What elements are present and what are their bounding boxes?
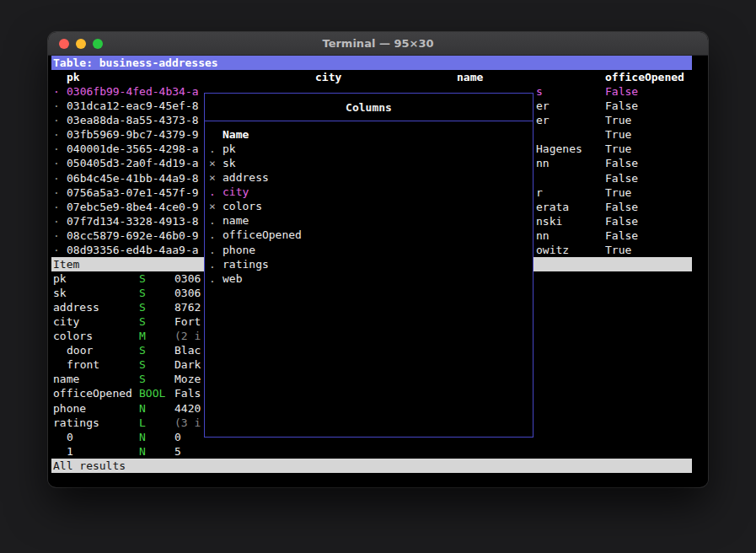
- zoom-button[interactable]: [93, 39, 103, 49]
- table-title-bar: Table: business-addresses: [51, 56, 692, 70]
- row-name-partial: erata: [536, 200, 569, 214]
- row-marker: ·: [53, 113, 60, 127]
- row-officeopened-value: True: [605, 113, 631, 127]
- traffic-lights: [59, 39, 103, 49]
- row-pk-value: 050405d3-2a0f-4d19-a: [67, 156, 199, 170]
- attribute-type: S: [139, 357, 146, 372]
- column-toggle-marker: ×: [209, 156, 216, 170]
- columns-dialog: Columns Name . pk × sk × address: [204, 93, 533, 438]
- status-text: All results: [53, 459, 126, 473]
- row-officeopened-value: True: [605, 185, 631, 200]
- row-name-partial: s: [536, 84, 543, 99]
- attribute-value: Fort: [174, 314, 201, 329]
- empty-row: [51, 473, 692, 487]
- row-pk-value: 031dca12-eac9-45ef-8: [67, 99, 199, 113]
- row-pk-value: 07f7d134-3328-4913-8: [67, 214, 199, 228]
- row-officeopened-value: False: [605, 156, 638, 170]
- attribute-type: BOOL: [139, 386, 165, 400]
- attribute-name: 1: [67, 444, 73, 459]
- attribute-type: N: [139, 444, 146, 459]
- terminal-screen: Table: business-addresses pk city name o…: [48, 56, 708, 486]
- row-marker: ·: [53, 127, 60, 142]
- attribute-value: 5: [174, 444, 181, 459]
- attribute-name: officeOpened: [53, 386, 132, 400]
- table-header-row: pk city name officeOpened: [51, 70, 692, 84]
- column-toggle-marker: .: [209, 228, 216, 242]
- attribute-name: sk: [53, 286, 67, 300]
- column-option-colors[interactable]: × colors: [205, 199, 533, 213]
- row-name-partial: nn: [536, 228, 550, 243]
- attribute-value: 0306: [174, 271, 201, 286]
- column-toggle-marker: .: [209, 213, 216, 228]
- column-header-pk: pk: [67, 70, 80, 84]
- attribute-type: S: [139, 271, 146, 286]
- attribute-type: S: [139, 300, 146, 314]
- attribute-value: Moze: [174, 372, 201, 386]
- columns-list: Name . pk × sk × address . city: [205, 121, 533, 286]
- attribute-value: Dark: [174, 357, 201, 372]
- row-name-partial: er: [536, 113, 550, 127]
- column-header-city: city: [315, 70, 341, 84]
- column-option-phone[interactable]: . phone: [205, 243, 533, 257]
- column-header-name: name: [457, 70, 483, 84]
- row-name-partial: nn: [536, 156, 550, 170]
- column-toggle-marker: .: [209, 271, 216, 286]
- attribute-name: address: [53, 300, 99, 314]
- column-option-label: address: [223, 170, 269, 185]
- attribute-name: phone: [53, 401, 86, 416]
- columns-name-header: Name: [223, 127, 249, 142]
- row-pk-value: 06b4c45e-41bb-44a9-8: [67, 171, 199, 185]
- attribute-type: N: [139, 430, 146, 444]
- attribute-name: 0: [67, 430, 73, 444]
- attribute-type: S: [139, 314, 146, 329]
- column-option-name[interactable]: . name: [205, 213, 533, 228]
- row-marker: ·: [53, 171, 60, 185]
- row-pk-value: 040001de-3565-4298-a: [67, 142, 199, 156]
- column-option-label: sk: [223, 156, 236, 170]
- row-marker: ·: [53, 228, 60, 243]
- status-bar: All results: [51, 459, 692, 473]
- attribute-value: 0306: [174, 286, 201, 300]
- column-option-city[interactable]: . city: [205, 185, 533, 199]
- column-header-officeopened: officeOpened: [605, 70, 684, 84]
- column-option-officeopened[interactable]: . officeOpened: [205, 228, 533, 242]
- minimize-button[interactable]: [76, 39, 86, 49]
- column-option-sk[interactable]: × sk: [205, 156, 533, 170]
- attribute-value: 0: [174, 430, 181, 444]
- attribute-value: 4420: [174, 401, 201, 416]
- row-marker: ·: [53, 142, 60, 156]
- window-titlebar[interactable]: Terminal — 95×30: [48, 32, 708, 56]
- row-marker: ·: [53, 156, 60, 170]
- item-panel-title: Item: [53, 257, 79, 271]
- row-officeopened-value: False: [605, 84, 638, 99]
- row-marker: ·: [53, 214, 60, 228]
- column-toggle-marker: ×: [209, 199, 216, 213]
- attribute-name: name: [53, 372, 79, 386]
- item-attribute-row: 1 N 5: [51, 444, 692, 459]
- column-option-label: colors: [223, 199, 262, 213]
- column-option-ratings[interactable]: . ratings: [205, 257, 533, 271]
- attribute-name: front: [67, 357, 99, 372]
- close-button[interactable]: [59, 39, 69, 49]
- table-title: Table: business-addresses: [53, 56, 218, 70]
- column-option-pk[interactable]: . pk: [205, 142, 533, 156]
- row-officeopened-value: False: [605, 200, 638, 214]
- column-toggle-marker: .: [209, 142, 216, 156]
- row-pk-value: 07ebc5e9-8be4-4ce0-9: [67, 200, 199, 214]
- row-name-partial: r: [536, 185, 543, 200]
- dialog-title: Columns: [205, 94, 533, 121]
- row-name-partial: nski: [536, 214, 562, 228]
- column-option-web[interactable]: . web: [205, 271, 533, 286]
- row-officeopened-value: False: [605, 214, 638, 228]
- attribute-value: (2 i: [174, 329, 201, 343]
- column-option-label: web: [223, 271, 242, 286]
- row-pk-value: 08d93356-ed4b-4aa9-a: [67, 243, 199, 257]
- attribute-name: door: [67, 343, 93, 357]
- row-pk-value: 08cc5879-692e-46b0-9: [67, 228, 199, 243]
- row-pk-value: 0306fb99-4fed-4b34-a: [67, 84, 199, 99]
- attribute-value: 8762: [174, 300, 201, 314]
- row-marker: ·: [53, 200, 60, 214]
- column-option-address[interactable]: × address: [205, 170, 533, 185]
- attribute-name: city: [53, 314, 79, 329]
- row-officeopened-value: True: [605, 127, 631, 142]
